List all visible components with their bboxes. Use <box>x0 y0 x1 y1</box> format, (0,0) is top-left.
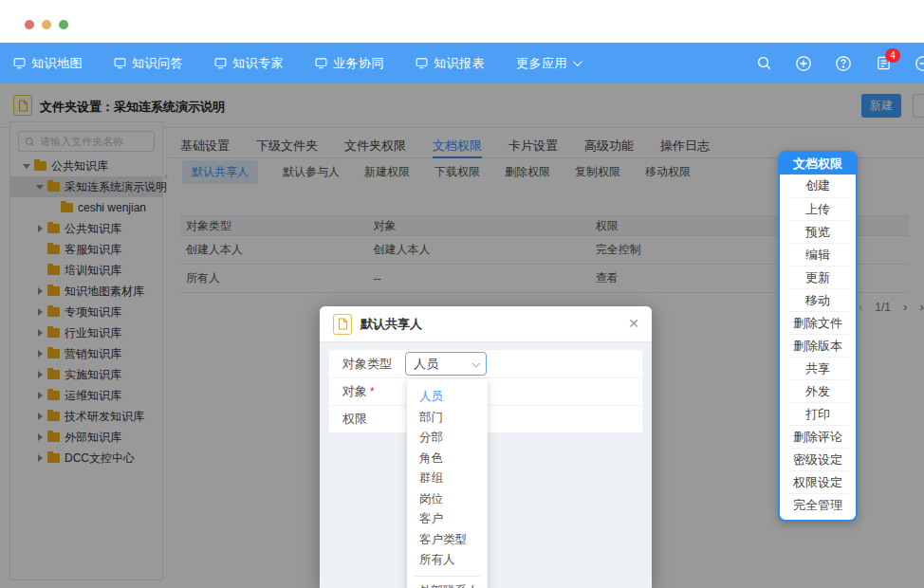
nav-item-label: 知识地图 <box>31 55 83 72</box>
dropdown-option-7[interactable]: 客户类型 <box>407 530 488 551</box>
nav-actions: 4 <box>755 43 924 83</box>
doc-permission-menu: 文档权限 创建上传预览编辑更新移动删除文件删除版本共享外发打印删除评论密级设定权… <box>778 151 858 522</box>
app-icon <box>114 57 126 69</box>
form-label: 权限 <box>342 411 367 428</box>
object-type-select[interactable]: 人员 <box>405 352 487 376</box>
modal-header: 默认共享人 ✕ <box>320 306 652 342</box>
nav-item-0[interactable]: 知识地图 <box>13 55 99 72</box>
perm-menu-item-14[interactable]: 完全管理 <box>787 493 848 516</box>
dropdown-option-5[interactable]: 岗位 <box>407 489 488 510</box>
window-titlebar <box>0 0 924 43</box>
doc-permission-menu-items: 创建上传预览编辑更新移动删除文件删除版本共享外发打印删除评论密级设定权限设定完全… <box>780 175 856 516</box>
notifications-icon[interactable]: 4 <box>875 55 892 72</box>
dropdown-option-1[interactable]: 部门 <box>407 408 488 429</box>
maximize-window-button[interactable] <box>59 20 68 29</box>
dropdown-divider <box>415 576 480 577</box>
nav-more-label: 更多应用 <box>516 55 567 72</box>
perm-menu-item-0[interactable]: 创建 <box>787 175 848 197</box>
add-circle-icon[interactable] <box>795 55 812 72</box>
modal-title: 默认共享人 <box>360 316 422 333</box>
form-label: 对象类型 <box>342 356 392 373</box>
dropdown-option-0[interactable]: 人员 <box>407 387 488 408</box>
form-label: 对象 <box>342 383 367 400</box>
object-type-dropdown: 人员部门分部角色群组岗位客户客户类型所有人外部联系人 <box>407 379 488 588</box>
perm-menu-item-4[interactable]: 更新 <box>787 266 848 288</box>
dropdown-option-3[interactable]: 角色 <box>407 449 488 469</box>
dropdown-option-6[interactable]: 客户 <box>407 509 488 530</box>
modal-doc-icon <box>333 314 352 335</box>
required-asterisk: * <box>370 385 375 398</box>
top-navbar: 知识地图知识问答知识专家业务协同知识报表更多应用 4 <box>0 43 924 83</box>
doc-permission-menu-title: 文档权限 <box>780 153 856 175</box>
perm-menu-item-6[interactable]: 删除文件 <box>787 311 848 334</box>
app-icon <box>13 57 26 69</box>
dropdown-option-8[interactable]: 所有人 <box>407 550 488 571</box>
nav-menu: 知识地图知识问答知识专家业务协同知识报表更多应用 <box>0 55 611 72</box>
nav-item-3[interactable]: 业务协同 <box>315 55 400 72</box>
chevron-down-icon <box>573 57 582 66</box>
nav-item-label: 业务协同 <box>333 55 384 72</box>
nav-item-label: 知识专家 <box>232 55 284 72</box>
nav-item-more[interactable]: 更多应用 <box>516 55 596 72</box>
perm-menu-item-3[interactable]: 编辑 <box>787 243 848 266</box>
help-circle-icon[interactable] <box>835 55 852 72</box>
perm-menu-item-13[interactable]: 权限设定 <box>787 470 848 493</box>
perm-menu-item-7[interactable]: 删除版本 <box>787 334 848 357</box>
perm-menu-item-9[interactable]: 外发 <box>787 379 848 402</box>
search-icon[interactable] <box>755 55 772 72</box>
app-icon <box>416 57 428 69</box>
perm-menu-item-8[interactable]: 共享 <box>787 357 848 379</box>
close-window-button[interactable] <box>25 20 34 29</box>
nav-item-4[interactable]: 知识报表 <box>416 55 501 72</box>
perm-menu-item-5[interactable]: 移动 <box>787 288 848 311</box>
window-controls <box>25 20 68 29</box>
app-icon <box>214 57 227 69</box>
nav-item-label: 知识报表 <box>434 55 485 72</box>
app-window: 知识地图知识问答知识专家业务协同知识报表更多应用 4 文件夹设置：采知连 <box>0 0 924 588</box>
perm-menu-item-2[interactable]: 预览 <box>787 220 848 243</box>
app-icon <box>315 57 327 69</box>
modal-close-icon[interactable]: ✕ <box>628 316 639 331</box>
minimize-window-button[interactable] <box>42 20 51 29</box>
nav-item-2[interactable]: 知识专家 <box>214 55 300 72</box>
perm-menu-item-1[interactable]: 上传 <box>787 197 848 220</box>
dropdown-option-4[interactable]: 群组 <box>407 469 488 489</box>
perm-menu-item-12[interactable]: 密级设定 <box>787 448 848 470</box>
dropdown-option-9[interactable]: 外部联系人 <box>407 581 488 588</box>
select-value: 人员 <box>414 356 438 373</box>
perm-menu-item-11[interactable]: 删除评论 <box>787 425 848 448</box>
notification-badge: 4 <box>885 48 900 63</box>
nav-item-1[interactable]: 知识问答 <box>114 55 199 72</box>
chevron-down-icon <box>471 359 479 367</box>
user-profile-icon[interactable] <box>915 55 924 72</box>
dropdown-option-2[interactable]: 分部 <box>407 428 488 449</box>
perm-menu-item-10[interactable]: 打印 <box>787 402 848 425</box>
nav-item-label: 知识问答 <box>132 55 183 72</box>
form-row-0: 对象类型人员 <box>329 350 642 377</box>
